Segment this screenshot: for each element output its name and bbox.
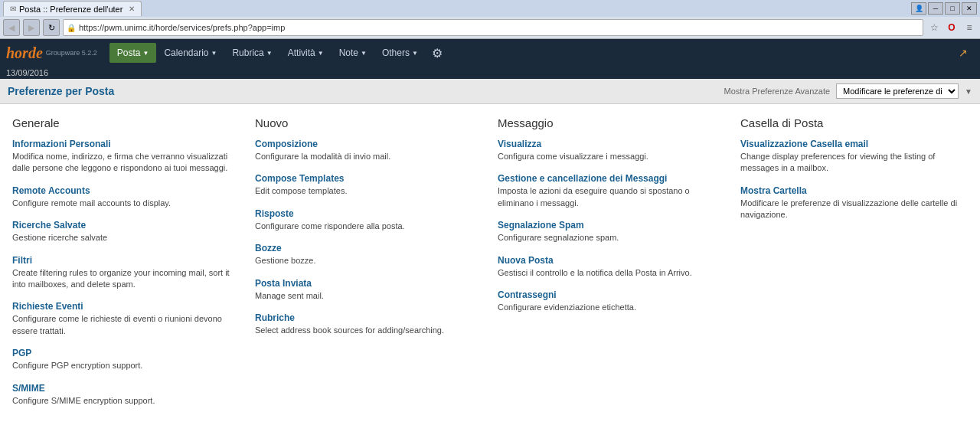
- close-button[interactable]: ✕: [962, 2, 977, 15]
- pref-link-0-1[interactable]: Remote Accounts: [12, 185, 240, 196]
- nav-label-posta: Posta: [117, 47, 141, 58]
- pref-desc-3-1: Modificare le preferenze di visualizzazi…: [740, 198, 957, 219]
- main-navigation: Posta ▼ Calendario ▼ Rubrica ▼ Attività …: [109, 41, 952, 65]
- calendario-dropdown-icon: ▼: [211, 50, 217, 57]
- browser-chrome: ✉ Posta :: Preferenze dell'uter ✕ 👤 ─ □ …: [0, 0, 980, 39]
- mail-icon: ✉: [10, 5, 16, 13]
- pref-link-2-2[interactable]: Segnalazione Spam: [498, 220, 725, 231]
- current-date: 13/09/2016: [6, 68, 48, 77]
- star-icon: ☆: [930, 22, 939, 33]
- pref-desc-1-0: Configurare la modalità di invio mail.: [255, 152, 390, 161]
- pref-link-1-3[interactable]: Bozze: [255, 243, 482, 253]
- app-header: horde Groupware 5.2.2 Posta ▼ Calendario…: [0, 39, 980, 67]
- pref-link-0-3[interactable]: Filtri: [12, 255, 240, 266]
- back-button[interactable]: ◀: [3, 19, 20, 36]
- pref-desc-0-0: Modifica nome, indirizzo, e firma che ve…: [12, 152, 227, 172]
- pref-desc-2-1: Imposta le azioni da eseguire quando si …: [498, 186, 690, 207]
- page-title-highlight: Posta: [85, 85, 114, 97]
- column-0: GeneraleInformazioni PersonaliModifica n…: [12, 116, 240, 417]
- pref-item: Gestione e cancellazione dei MessaggiImp…: [498, 173, 725, 209]
- note-dropdown-icon: ▼: [361, 50, 367, 57]
- pref-desc-1-3: Gestione bozze.: [255, 256, 316, 265]
- section-title-1: Nuovo: [255, 116, 482, 129]
- pref-item: Richieste EventiConfigurare come le rich…: [12, 301, 240, 337]
- pref-item: Remote AccountsConfigure remote mail acc…: [12, 185, 240, 209]
- posta-dropdown-icon: ▼: [143, 50, 149, 57]
- show-advanced-link[interactable]: Mostra Preferenze Avanzate: [724, 87, 830, 96]
- pref-link-0-4[interactable]: Richieste Eventi: [12, 301, 240, 312]
- refresh-icon: ↻: [48, 23, 55, 33]
- bookmark-button[interactable]: ☆: [926, 20, 942, 35]
- pref-item: Nuova PostaGestisci il controllo e la no…: [498, 255, 725, 279]
- column-1: NuovoComposizioneConfigurare la modalità…: [255, 116, 482, 417]
- nav-item-attivita[interactable]: Attività ▼: [280, 43, 332, 63]
- nav-item-others[interactable]: Others ▼: [374, 43, 426, 63]
- nav-item-posta[interactable]: Posta ▼: [109, 43, 157, 63]
- pref-item: ComposizioneConfigurare la modalità di i…: [255, 139, 482, 162]
- refresh-button[interactable]: ↻: [43, 19, 60, 36]
- pref-link-2-0[interactable]: Visualizza: [498, 139, 725, 149]
- nav-label-others: Others: [382, 47, 410, 58]
- nav-item-calendario[interactable]: Calendario ▼: [156, 43, 224, 63]
- nav-item-note[interactable]: Note ▼: [332, 43, 374, 63]
- date-bar: 13/09/2016: [0, 67, 980, 79]
- menu-button[interactable]: ≡: [962, 20, 977, 35]
- opera-icon: O: [948, 22, 955, 33]
- pref-link-1-2[interactable]: Risposte: [255, 208, 482, 219]
- pref-desc-0-2: Gestione ricerche salvate: [12, 233, 107, 242]
- settings-gear-icon[interactable]: ⚙: [426, 41, 449, 65]
- pref-link-2-1[interactable]: Gestione e cancellazione dei Messaggi: [498, 173, 725, 184]
- pref-desc-1-5: Select address book sources for adding/s…: [255, 325, 444, 335]
- address-bar[interactable]: 🔒 https://pwm.unimc.it/horde/services/pr…: [63, 19, 923, 36]
- nav-item-rubrica[interactable]: Rubrica ▼: [224, 43, 279, 63]
- window-controls: 👤 ─ □ ✕: [911, 2, 977, 15]
- pref-desc-2-2: Configurare segnalazione spam.: [498, 233, 619, 242]
- minimize-button[interactable]: ─: [928, 2, 943, 15]
- pref-desc-0-6: Configure S/MIME encryption support.: [12, 396, 155, 405]
- horde-logo[interactable]: horde: [6, 44, 43, 62]
- pref-item: RisposteConfigurare come rispondere alla…: [255, 208, 482, 232]
- pref-link-1-5[interactable]: Rubriche: [255, 312, 482, 323]
- pref-link-1-0[interactable]: Composizione: [255, 139, 482, 149]
- pref-link-2-3[interactable]: Nuova Posta: [498, 255, 725, 266]
- forward-icon: ▶: [28, 23, 34, 33]
- pref-item: S/MIMEConfigure S/MIME encryption suppor…: [12, 383, 240, 407]
- pref-link-0-2[interactable]: Ricerche Salvate: [12, 220, 240, 231]
- maximize-button[interactable]: □: [945, 2, 960, 15]
- page-header-actions: Mostra Preferenze Avanzate Modificare le…: [724, 83, 972, 99]
- lock-icon: 🔒: [67, 24, 76, 32]
- tab-close-icon[interactable]: ✕: [129, 5, 135, 13]
- horde-subtitle: Groupware 5.2.2: [46, 49, 97, 57]
- opera-button[interactable]: O: [944, 20, 959, 35]
- attivita-dropdown-icon: ▼: [318, 50, 324, 57]
- pref-desc-0-4: Configurare come le richieste di eventi …: [12, 314, 222, 335]
- external-link-icon[interactable]: ↗: [952, 42, 974, 64]
- pref-link-0-5[interactable]: PGP: [12, 348, 240, 358]
- select-dropdown-icon: ▼: [965, 87, 972, 96]
- pref-desc-0-3: Create filtering rules to organize your …: [12, 268, 230, 289]
- rubrica-dropdown-icon: ▼: [266, 50, 273, 57]
- pref-link-1-1[interactable]: Compose Templates: [255, 173, 482, 184]
- forward-button[interactable]: ▶: [23, 19, 40, 36]
- browser-action-buttons: ☆ O ≡: [926, 20, 977, 35]
- modify-preferences-select[interactable]: Modificare le preferenze di: [836, 83, 959, 99]
- pref-link-0-6[interactable]: S/MIME: [12, 383, 240, 394]
- pref-item: Compose TemplatesEdit compose templates.: [255, 173, 482, 197]
- browser-titlebar: ✉ Posta :: Preferenze dell'uter ✕ 👤 ─ □ …: [0, 0, 980, 17]
- nav-label-calendario: Calendario: [164, 47, 208, 58]
- pref-item: Mostra CartellaModificare le preferenze …: [740, 185, 968, 221]
- pref-link-3-0[interactable]: Visualizzazione Casella email: [740, 139, 968, 149]
- pref-desc-0-5: Configure PGP encryption support.: [12, 361, 142, 370]
- nav-label-note: Note: [339, 47, 358, 58]
- browser-tab[interactable]: ✉ Posta :: Preferenze dell'uter ✕: [3, 1, 142, 16]
- pref-item: VisualizzaConfigura come visualizzare i …: [498, 139, 725, 162]
- tab-title: Posta :: Preferenze dell'uter: [19, 5, 122, 14]
- pref-link-3-1[interactable]: Mostra Cartella: [740, 185, 968, 196]
- pref-link-0-0[interactable]: Informazioni Personali: [12, 139, 240, 149]
- pref-desc-2-0: Configura come visualizzare i messaggi.: [498, 152, 648, 161]
- pref-desc-2-3: Gestisci il controllo e la notifica dell…: [498, 268, 692, 277]
- menu-icon: ≡: [966, 22, 972, 33]
- pref-link-2-4[interactable]: Contrassegni: [498, 289, 725, 300]
- person-icon[interactable]: 👤: [911, 2, 926, 15]
- pref-link-1-4[interactable]: Posta Inviata: [255, 278, 482, 289]
